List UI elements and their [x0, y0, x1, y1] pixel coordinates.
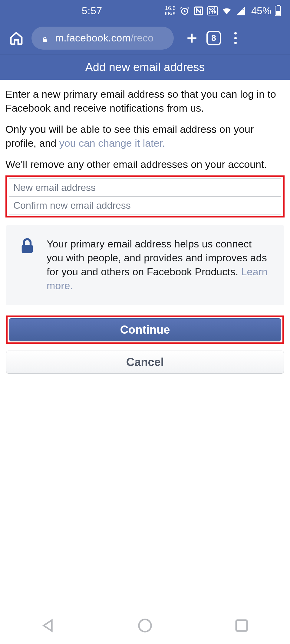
privacy-lock-icon	[21, 238, 34, 254]
tab-count: 8	[211, 33, 216, 43]
home-button[interactable]	[9, 31, 24, 45]
change-later-link[interactable]: you can change it later.	[59, 137, 165, 149]
recent-apps-button[interactable]	[233, 617, 250, 635]
confirm-email-field[interactable]	[9, 196, 281, 214]
continue-button[interactable]: Continue	[9, 318, 281, 341]
page-title: Add new email address	[85, 61, 205, 74]
wifi-icon	[222, 6, 232, 16]
page-title-bar: Add new email address	[0, 54, 290, 80]
back-button[interactable]	[40, 617, 57, 635]
svg-text:x: x	[242, 6, 244, 11]
home-nav-button[interactable]	[137, 617, 153, 635]
continue-button-highlight: Continue	[6, 315, 284, 344]
email-fields-highlight	[5, 175, 285, 217]
alarm-icon	[180, 6, 190, 16]
address-bar[interactable]: m.facebook.com/reco	[31, 27, 174, 50]
volte-icon: Vo)LTE	[207, 6, 218, 15]
svg-rect-6	[236, 620, 247, 631]
lock-icon	[41, 34, 48, 42]
android-nav-bar	[0, 608, 290, 644]
signal-icon: x	[236, 6, 246, 16]
network-speed: 16.6KB/S	[165, 5, 176, 16]
browser-toolbar: m.facebook.com/reco 8	[0, 22, 290, 54]
nfc-icon	[193, 6, 204, 16]
new-email-input[interactable]	[13, 179, 277, 196]
svg-rect-4	[22, 245, 33, 253]
new-email-field[interactable]	[9, 178, 281, 197]
new-tab-button[interactable]	[185, 31, 199, 45]
tab-switcher-button[interactable]: 8	[206, 31, 221, 45]
svg-rect-3	[43, 39, 47, 42]
battery-icon	[275, 6, 281, 16]
privacy-info-text: Your primary email address helps us conn…	[47, 237, 269, 293]
browser-menu-button[interactable]	[229, 31, 242, 45]
privacy-info-box: Your primary email address helps us conn…	[6, 225, 284, 305]
url-text: m.facebook.com/reco	[55, 32, 153, 44]
confirm-email-input[interactable]	[13, 197, 277, 214]
android-status-bar: 5:57 16.6KB/S Vo)LTE x 45%	[0, 0, 290, 22]
battery-percent: 45%	[251, 5, 271, 17]
intro-paragraph-1: Enter a new primary email address so tha…	[5, 87, 285, 115]
clock-text: 5:57	[82, 5, 102, 17]
cancel-button[interactable]: Cancel	[6, 351, 284, 374]
intro-paragraph-3: We'll remove any other email addresses o…	[5, 157, 285, 171]
svg-point-5	[139, 619, 151, 632]
intro-paragraph-2: Only you will be able to see this email …	[5, 122, 285, 150]
